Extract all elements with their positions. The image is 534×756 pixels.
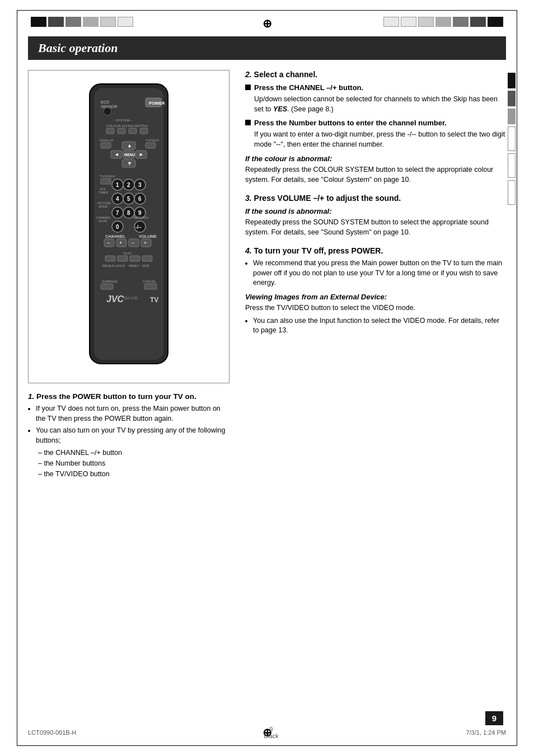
svg-rect-15	[101, 143, 111, 148]
step2-sub2-body: If you want to enter a two-digit number,…	[254, 129, 506, 149]
step1-dash3: the TV/VIDEO button	[38, 469, 229, 480]
svg-text:–: –	[107, 240, 110, 246]
left-column: ECO SENSOR POWER – SYSTEM – COLOUR SOUND…	[28, 70, 229, 479]
svg-text:TV/VIDEO: TV/VIDEO	[100, 175, 115, 178]
step2-italic-head: If the colour is abnormal:	[245, 154, 506, 163]
square-bullet-icon	[245, 84, 251, 90]
footer-left: LCT0990-001B-H	[28, 729, 76, 736]
step4-italic-head: Viewing Images from an External Device:	[245, 293, 506, 301]
svg-text:▼: ▼	[127, 161, 132, 166]
svg-text:TV: TV	[150, 296, 158, 304]
header-bar-6	[118, 17, 133, 27]
svg-text:MODE: MODE	[99, 205, 108, 208]
page-number-box: 9	[485, 711, 503, 725]
step3-italic-text: Repeatedly press the SOUND SYSTEM button…	[245, 217, 506, 237]
svg-text:JVC: JVC	[106, 294, 124, 304]
svg-text:–: –	[132, 240, 134, 246]
step2-sub1-text: Press the CHANNEL –/+ button.	[254, 83, 363, 92]
svg-text:SUBPAGE: SUBPAGE	[102, 280, 118, 283]
svg-text:-/–: -/–	[135, 224, 142, 230]
svg-text:1: 1	[116, 182, 119, 188]
footer-right: 7/3/1, 1:24 PM	[466, 729, 506, 736]
svg-text:0: 0	[116, 224, 119, 230]
svg-rect-80	[144, 284, 157, 289]
svg-text:+: +	[119, 240, 122, 246]
square-bullet-icon-2	[245, 120, 251, 125]
svg-text:▲: ▲	[127, 143, 132, 148]
svg-text:+: +	[144, 240, 147, 246]
page-title: Basic operation	[38, 41, 118, 55]
right-side-decoration	[508, 73, 516, 205]
step3-section: 3. Press VOLUME –/+ to adjust the sound.…	[245, 194, 506, 237]
svg-text:►: ►	[139, 152, 144, 157]
svg-text:TEXT: TEXT	[123, 252, 132, 255]
svg-text:MENU: MENU	[124, 153, 135, 157]
step1-number: 1.	[28, 392, 34, 401]
footer-page-num: 9	[269, 726, 273, 732]
svg-text:CHANNEL: CHANNEL	[105, 234, 126, 239]
svg-text:◄: ◄	[114, 152, 119, 157]
svg-text:TIMER: TIMER	[99, 191, 108, 194]
svg-text:6: 6	[138, 196, 142, 202]
step1-dash1: the CHANNEL –/+ button	[38, 448, 229, 458]
step2-sub1-body: Up/down selection cannot be selected for…	[254, 94, 506, 114]
svg-rect-11	[129, 128, 137, 134]
page-title-box: Basic operation	[28, 36, 506, 60]
step1-dash-list: the CHANNEL –/+ button the Number button…	[38, 448, 229, 479]
svg-text:4: 4	[116, 196, 119, 202]
step4-extra-bullet1: You can also use the Input function to s…	[253, 316, 506, 336]
step4-bullets: We recommend that you press the Main pow…	[253, 259, 506, 288]
step1-bullets: If your TV does not turn on, press the M…	[36, 404, 229, 445]
svg-text:RETURN+: RETURN+	[133, 216, 149, 219]
step4-extra-bullets: You can also use the Input function to s…	[253, 316, 506, 336]
svg-text:TV/TEXT: TV/TEXT	[146, 139, 160, 142]
footer-color: Black	[264, 732, 279, 739]
svg-text:– SYSTEM –: – SYSTEM –	[113, 119, 133, 122]
step3-italic-head: If the sound is abnormal:	[245, 207, 506, 215]
svg-text:POWER: POWER	[149, 101, 165, 106]
svg-text:3: 3	[138, 182, 142, 188]
svg-rect-9	[106, 128, 114, 134]
header-bar-r5	[453, 17, 469, 27]
svg-rect-12	[140, 128, 148, 134]
header-bar-r3	[418, 17, 434, 27]
step2-number: 2.	[245, 70, 252, 79]
step1-section: 1. Press the POWER button to turn your T…	[28, 392, 229, 479]
svg-text:7: 7	[116, 210, 119, 216]
step1-dash2: the Number buttons	[38, 458, 229, 469]
step2-sub1-heading: Press the CHANNEL –/+ button.	[245, 83, 506, 92]
svg-text:REVEAL: REVEAL	[102, 264, 116, 267]
header-bar-r6	[470, 17, 486, 27]
step2-heading: 2. Select a channel.	[245, 70, 506, 79]
crosshair-top: ⊕	[263, 17, 272, 30]
svg-text:ECO: ECO	[101, 100, 110, 104]
svg-point-4	[104, 107, 111, 115]
header-bar-r4	[435, 17, 451, 27]
header-bar-2	[48, 17, 64, 27]
header-bar-r1	[383, 17, 399, 27]
svg-text:9: 9	[138, 210, 142, 216]
svg-text:COLOUR  SOUND  MUTING: COLOUR SOUND MUTING	[106, 124, 148, 128]
step3-number: 3.	[245, 194, 252, 203]
svg-rect-71	[130, 256, 140, 261]
page-border-bottom	[17, 745, 517, 746]
page-border-right	[517, 10, 517, 746]
remote-svg: ECO SENSOR POWER – SYSTEM – COLOUR SOUND…	[73, 81, 185, 372]
svg-rect-69	[105, 256, 115, 261]
step1-heading: 1. Press the POWER button to turn your T…	[28, 392, 229, 401]
step1-bullet2: You can also turn on your TV by pressing…	[36, 426, 229, 445]
header-bar-1	[31, 17, 46, 27]
step4-italic-text: Press the TV/VIDEO button to select the …	[245, 303, 506, 313]
svg-text:5: 5	[127, 196, 130, 202]
svg-text:HOLD: HOLD	[116, 264, 125, 267]
step2-sub2-heading: Press the Number buttons to enter the ch…	[245, 119, 506, 127]
step4-section: 4. To turn your TV off, press POWER. We …	[245, 246, 506, 336]
header-bar-4	[83, 17, 99, 27]
page-number: 9	[492, 713, 496, 723]
step4-heading: 4. To turn your TV off, press POWER.	[245, 246, 506, 255]
step4-number: 4.	[245, 246, 252, 255]
svg-rect-72	[142, 256, 152, 261]
two-column-layout: ECO SENSOR POWER – SYSTEM – COLOUR SOUND…	[28, 70, 506, 479]
svg-text:8: 8	[127, 210, 130, 216]
svg-text:RM-C90: RM-C90	[123, 296, 138, 300]
